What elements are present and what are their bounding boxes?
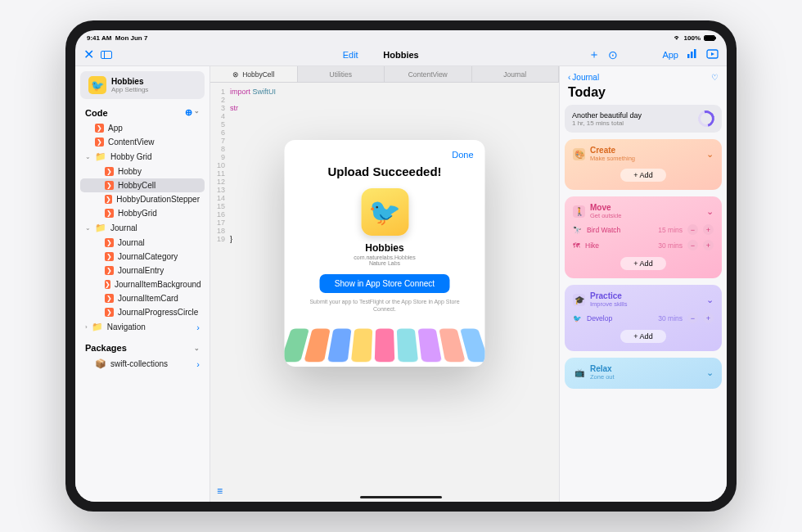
show-in-app-store-connect-button[interactable]: Show in App Store Connect	[320, 274, 449, 293]
progress-ring-icon	[695, 107, 717, 129]
status-bar: 9:41 AM Mon Jun 7 ᯤ 100%	[75, 30, 727, 43]
file-journalcategory[interactable]: ❯JournalCategory	[80, 250, 205, 264]
upload-succeeded-modal: Done Upload Succeeded! 🐦 Hobbies com.nat…	[285, 140, 485, 367]
swift-icon: ❯	[95, 138, 104, 147]
swift-icon: ❯	[105, 280, 110, 289]
file-hobbycell[interactable]: ❯HobbyCell	[80, 178, 205, 192]
graduation-icon: 🎓	[573, 294, 585, 306]
packages-section-header: Packages ⌄	[75, 340, 210, 356]
svg-rect-2	[694, 49, 696, 58]
screen: 9:41 AM Mon Jun 7 ᯤ 100% ✕ Edit Hobbies …	[75, 30, 727, 502]
walk-icon: 🚶	[573, 205, 585, 218]
file-journal[interactable]: ❯Journal	[80, 236, 205, 250]
code-editor: ⊗HobbyCell Utilities ContentView Journal…	[210, 66, 559, 502]
disclosure-icon: ›	[196, 359, 200, 369]
file-journalitemcard[interactable]: ❯JournalItemCard	[80, 291, 205, 305]
swift-icon: ❯	[105, 266, 114, 275]
package-swift-collections[interactable]: 📦swift-collections›	[80, 356, 205, 372]
modal-bundle-id: com.naturelabs.Hobbies	[354, 255, 416, 260]
file-hobbygrid[interactable]: ❯HobbyGrid	[80, 206, 205, 220]
disclosure-icon: ›	[196, 322, 200, 332]
ipad-frame: 9:41 AM Mon Jun 7 ᯤ 100% ✕ Edit Hobbies …	[65, 20, 737, 512]
preview-pane: ‹ Journal ♡ Today Another beautiful day …	[559, 66, 727, 502]
swift-icon: ❯	[105, 252, 114, 261]
modal-title: Upload Succeeded!	[327, 165, 441, 178]
move-row-hike: 🗺 Hike 30 mins − +	[573, 240, 714, 250]
chevron-down-icon[interactable]: ⌄	[706, 367, 714, 378]
plus-button[interactable]: +	[703, 240, 714, 250]
add-move-button[interactable]: + Add	[620, 257, 665, 270]
bird-icon: 🐦	[573, 314, 582, 322]
modal-hint: Submit your app to TestFlight or the App…	[304, 298, 466, 313]
chevron-down-icon: ⌄	[85, 224, 91, 232]
chevron-down-icon[interactable]: ⌄	[706, 295, 714, 305]
home-indicator[interactable]	[360, 496, 442, 498]
practice-row-develop: 🐦 Develop 30 mins − +	[573, 313, 714, 323]
wifi-icon: ᯤ	[674, 34, 681, 42]
move-row-birdwatch: 🔭 Bird Watch 15 mins − +	[573, 224, 714, 235]
project-subtitle: App Settings	[111, 86, 148, 93]
swift-icon: ❯	[95, 124, 104, 133]
run-preview-icon[interactable]	[706, 47, 719, 62]
battery-icon	[704, 35, 715, 41]
file-app[interactable]: ❯App	[80, 121, 205, 135]
add-create-button[interactable]: + Add	[620, 169, 665, 182]
sidebar-toggle-icon[interactable]	[101, 51, 112, 59]
file-journalentry[interactable]: ❯JournalEntry	[80, 264, 205, 277]
file-contentview[interactable]: ❯ContentView	[80, 135, 205, 149]
add-practice-button[interactable]: + Add	[620, 330, 665, 343]
add-file-button[interactable]: ⊕ ⌄	[185, 107, 200, 118]
window-title: Hobbies	[383, 50, 418, 60]
app-icon: 🐦	[361, 188, 408, 236]
package-icon: 📦	[95, 358, 106, 369]
binoculars-icon: 🔭	[573, 226, 582, 234]
edit-button[interactable]: Edit	[343, 50, 358, 60]
metrics-icon[interactable]	[687, 47, 698, 62]
create-card: 🎨 CreateMake something ⌄ + Add	[565, 139, 722, 190]
plus-button[interactable]: +	[703, 313, 714, 323]
folder-icon: 📁	[95, 223, 106, 233]
heart-icon[interactable]: ♡	[711, 73, 719, 82]
minus-button[interactable]: −	[687, 313, 698, 323]
add-button[interactable]: ＋	[588, 47, 600, 62]
minus-button[interactable]: −	[687, 240, 698, 250]
summary-card[interactable]: Another beautiful day 1 hr, 15 mins tota…	[565, 105, 722, 133]
code-section-header: Code ⊕ ⌄	[75, 104, 210, 121]
file-journalprogresscircle[interactable]: ❯JournalProgressCircle	[80, 305, 205, 319]
done-button[interactable]: Done	[452, 150, 473, 160]
file-hobby[interactable]: ❯Hobby	[80, 165, 205, 178]
folder-icon: 📁	[95, 151, 106, 162]
swift-icon: ❯	[105, 238, 114, 247]
practice-card: 🎓 PracticeImprove skills ⌄ 🐦 Develop 30 …	[565, 285, 722, 351]
status-time: 9:41 AM	[87, 34, 111, 42]
battery-pct: 100%	[684, 34, 701, 42]
palette-icon: 🎨	[573, 148, 585, 160]
run-target[interactable]: App	[662, 50, 678, 60]
minus-button[interactable]: −	[687, 224, 698, 235]
move-card: 🚶 MoveGet outside ⌄ 🔭 Bird Watch 15 mins…	[565, 196, 722, 278]
project-name: Hobbies	[111, 77, 148, 86]
svg-rect-0	[687, 54, 690, 58]
close-button[interactable]: ✕	[83, 47, 94, 62]
modal-app-name: Hobbies	[365, 242, 403, 254]
relax-card: 📺 RelaxZone out ⌄	[565, 358, 722, 389]
folder-journal[interactable]: ⌄📁Journal	[80, 220, 205, 236]
file-journalitembackground[interactable]: ❯JournalItemBackground	[80, 277, 205, 291]
swift-icon: ❯	[105, 195, 112, 204]
preview-nav: ‹ Journal ♡	[565, 71, 722, 83]
plus-button[interactable]: +	[703, 224, 714, 235]
swift-icon: ❯	[105, 294, 114, 303]
file-hobbydurationstepper[interactable]: ❯HobbyDurationStepper	[80, 192, 205, 206]
chevron-down-icon[interactable]: ⌄	[706, 149, 714, 160]
more-button[interactable]: ⊙	[608, 48, 618, 61]
folder-hobbygrid[interactable]: ⌄📁Hobby Grid	[80, 149, 205, 165]
toolbar: ✕ Edit Hobbies ＋ ⊙ App	[75, 43, 727, 66]
file-navigator: 🐦 Hobbies App Settings Code ⊕ ⌄ ❯App ❯Co…	[75, 66, 210, 502]
project-header[interactable]: 🐦 Hobbies App Settings	[80, 71, 205, 99]
chevron-down-icon[interactable]: ⌄	[706, 206, 714, 217]
svg-rect-1	[691, 52, 693, 58]
back-button[interactable]: ‹ Journal	[568, 73, 599, 82]
folder-navigation[interactable]: ›📁Navigation›	[80, 319, 205, 335]
swift-icon: ❯	[105, 167, 114, 176]
swift-icon: ❯	[105, 209, 114, 218]
